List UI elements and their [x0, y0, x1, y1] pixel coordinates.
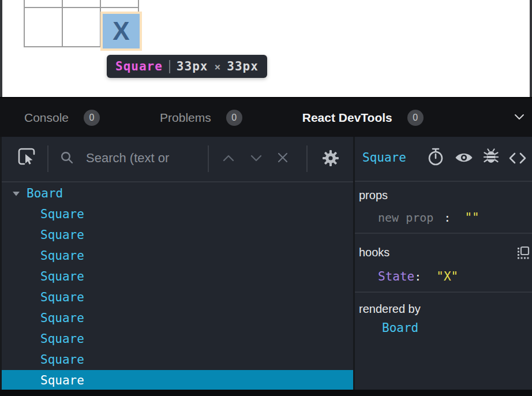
section-divider [355, 292, 532, 293]
inspect-tooltip: Square 33px × 33px [107, 55, 267, 78]
hooks-state-row[interactable]: State : "X" [378, 270, 458, 283]
component-name: Square [40, 311, 84, 325]
stopwatch-icon[interactable] [427, 148, 444, 166]
devtools-tab[interactable]: Problems 0 [160, 110, 242, 126]
new-prop-input[interactable]: new prop [378, 211, 433, 225]
tab-label: React DevTools [302, 111, 392, 125]
tooltip-height: 33px [227, 59, 258, 73]
tab-count-badge: 0 [226, 110, 242, 126]
toolbar-divider [2, 181, 353, 182]
component-name: Square [40, 332, 84, 346]
panel-splitter[interactable] [353, 137, 355, 390]
hook-value[interactable]: "X" [436, 270, 458, 283]
square-x-mark: X [113, 18, 129, 44]
tree-row[interactable]: Square [2, 370, 353, 390]
tree-row[interactable]: Square [2, 287, 353, 308]
tree-row[interactable]: Square [2, 225, 353, 245]
component-name: Square [40, 353, 84, 367]
tree-row[interactable]: Square [2, 349, 353, 370]
inspect-element-icon[interactable] [17, 147, 36, 167]
tab-count-badge: 0 [84, 110, 100, 126]
toolbar-separator [47, 145, 48, 172]
component-name: Square [40, 373, 84, 387]
toolbar-separator [306, 145, 308, 172]
tab-label: Console [24, 111, 69, 125]
tooltip-component-name: Square [115, 59, 163, 73]
component-name: Square [40, 290, 84, 304]
hook-name: State [378, 270, 414, 283]
expander-triangle-icon[interactable] [13, 192, 20, 196]
clear-x-icon[interactable] [278, 152, 288, 163]
new-prop-value-input[interactable]: "" [464, 211, 479, 225]
hooks-section-header: hooks [359, 246, 389, 259]
rendered-by-section-header: rendered by [359, 302, 421, 316]
window-right-edge [530, 0, 532, 98]
window-bottom-edge [0, 390, 532, 396]
header-divider [355, 181, 532, 182]
tree-row[interactable]: Square [2, 308, 353, 328]
component-name: Square [40, 207, 84, 221]
chevron-down-icon[interactable] [514, 114, 524, 120]
section-divider [355, 233, 532, 234]
tree-row[interactable]: Board [2, 183, 353, 204]
tooltip-width: 33px [177, 59, 208, 73]
component-name: Square [40, 270, 84, 283]
devtools-tab[interactable]: Console 0 [24, 110, 100, 126]
tab-label: Problems [160, 111, 211, 125]
browser-page-area: X Square 33px × 33px [0, 0, 532, 98]
component-name: Square [40, 249, 84, 263]
props-new-prop-row[interactable]: new prop : "" [378, 211, 479, 225]
board-square-button[interactable]: X [103, 14, 140, 48]
search-input[interactable] [86, 147, 206, 170]
rendered-by-board-link[interactable]: Board [382, 321, 418, 335]
gear-icon[interactable] [322, 150, 339, 167]
devtools-tabbar: Console 0 Problems 0 React DevTools 0 [0, 97, 532, 137]
toolbar-separator [208, 145, 209, 172]
component-name: Board [27, 186, 63, 200]
board-grid-line [24, 7, 139, 8]
component-tree: Board Square Square Square Square [2, 183, 353, 390]
window-left-edge [0, 0, 2, 98]
chevron-down-icon[interactable] [250, 155, 262, 162]
tree-row[interactable]: Square [2, 245, 353, 266]
tooltip-times: × [214, 61, 220, 73]
chevron-up-icon[interactable] [223, 155, 234, 162]
tab-count-badge: 0 [407, 110, 424, 126]
tree-row[interactable]: Square [2, 328, 353, 349]
screen: X Square 33px × 33px Console 0 Problems … [0, 0, 532, 396]
inspected-component-title: Square [362, 151, 406, 165]
colon: : [444, 211, 451, 225]
parse-hooks-icon[interactable] [516, 246, 530, 260]
component-name: Square [40, 228, 84, 242]
colon: : [414, 270, 421, 283]
eye-icon[interactable] [455, 151, 473, 164]
tree-row[interactable]: Square [2, 266, 353, 287]
devtools-tab[interactable]: React DevTools 0 [302, 110, 424, 126]
tooltip-separator [169, 60, 170, 73]
search-icon [60, 151, 74, 165]
bug-icon[interactable] [484, 148, 499, 165]
props-section-header: props [359, 189, 388, 202]
code-brackets-icon[interactable] [508, 152, 527, 165]
tree-row[interactable]: Square [2, 204, 353, 225]
